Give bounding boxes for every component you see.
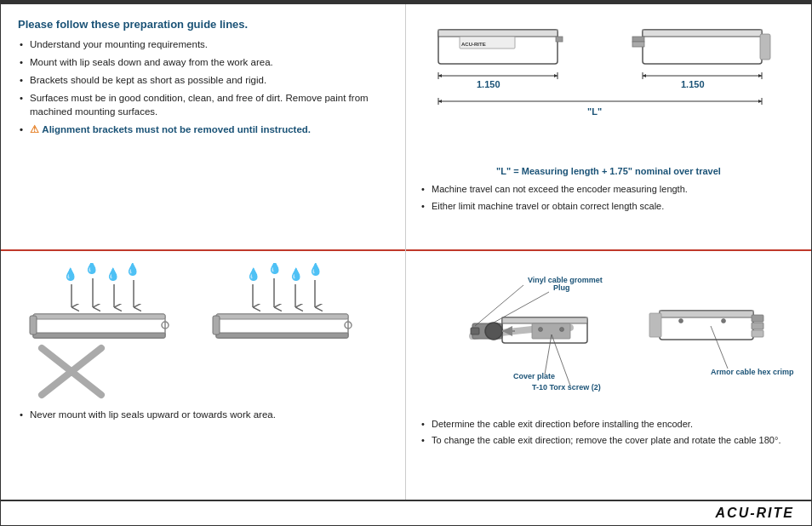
svg-rect-66 [660, 311, 753, 317]
svg-point-72 [722, 319, 726, 323]
svg-line-75 [545, 334, 552, 374]
cable-direction-bullets: Determine the cable exit direction befor… [420, 418, 798, 448]
svg-rect-1 [33, 314, 165, 319]
svg-text:1.150: 1.150 [681, 79, 705, 89]
svg-marker-47 [643, 74, 646, 77]
svg-rect-58 [502, 317, 587, 323]
brand-name: ACU-RITE [716, 506, 794, 521]
svg-text:Armor cable hex crimp: Armor cable hex crimp [711, 368, 794, 376]
svg-rect-42 [632, 42, 644, 47]
encoder-diagrams: ACU-RITE 1.150 [430, 13, 787, 157]
left-panel: Please follow these preparation guide li… [1, 4, 406, 500]
svg-rect-40 [643, 30, 762, 37]
footer: ACU-RITE [1, 500, 811, 525]
svg-marker-48 [758, 74, 762, 77]
svg-text:💧: 💧 [106, 267, 121, 282]
cable-bullet-2: To change the cable exit direction; remo… [420, 434, 798, 447]
bullet-2: Mount with lip seals down and away from … [18, 55, 388, 69]
svg-text:ACU-RITE: ACU-RITE [461, 42, 486, 47]
encoder-bullet-2: Either limit machine travel or obtain co… [420, 200, 798, 213]
svg-rect-29 [438, 30, 558, 37]
svg-text:💧: 💧 [246, 267, 261, 282]
svg-line-77 [711, 326, 728, 369]
encoder-cross-section: ACU-RITE 1.150 [430, 13, 787, 157]
svg-rect-43 [760, 34, 770, 60]
cable-bullet-1: Determine the cable exit direction befor… [420, 418, 798, 431]
bullet-4: Surfaces must be in good condition, clea… [18, 91, 388, 118]
cable-diagram-area: Vinyl cable grommet Plug Cover plate T-1… [421, 260, 796, 413]
svg-rect-18 [213, 316, 220, 334]
top-left-section: Please follow these preparation guide li… [1, 4, 405, 251]
svg-rect-2 [33, 333, 165, 338]
svg-rect-16 [216, 314, 348, 319]
svg-text:"L": "L" [587, 106, 602, 117]
svg-rect-32 [556, 37, 563, 42]
svg-rect-63 [471, 328, 479, 334]
svg-rect-17 [216, 333, 348, 338]
svg-text:💧: 💧 [289, 267, 304, 282]
svg-text:💧: 💧 [308, 263, 323, 277]
svg-rect-70 [649, 313, 661, 337]
svg-point-62 [560, 328, 564, 332]
encoder-bullet-1: Machine travel can not exceed the encode… [420, 183, 798, 196]
svg-point-61 [539, 328, 543, 332]
cable-svg: Vinyl cable grommet Plug Cover plate T-1… [421, 260, 796, 409]
never-mount-text: Never mount with lip seals upward or tow… [18, 409, 388, 420]
svg-marker-53 [438, 100, 442, 103]
measure-note: "L" = Measuring length + 1.75" nominal o… [420, 166, 798, 176]
svg-text:💧: 💧 [63, 267, 78, 282]
svg-text:Plug: Plug [553, 283, 570, 292]
svg-marker-36 [438, 74, 442, 77]
svg-text:💧: 💧 [267, 263, 283, 275]
page-container: Please follow these preparation guide li… [0, 0, 812, 526]
preparation-list: Understand your mounting requirements. M… [18, 37, 388, 137]
bottom-left-section: 💧 💧 💧 💧 [1, 251, 405, 500]
lip-seal-diagram: 💧 💧 💧 💧 [25, 263, 382, 399]
bottom-right-section: Vinyl cable grommet Plug Cover plate T-1… [406, 251, 811, 500]
encoder-diagram-container: 💧 💧 💧 💧 [18, 260, 388, 403]
svg-text:Cover plate: Cover plate [513, 372, 555, 380]
warning-icon: ⚠ [30, 123, 42, 135]
svg-rect-41 [632, 37, 644, 42]
right-panel: ACU-RITE 1.150 [406, 4, 811, 500]
dimension-diagram: ACU-RITE 1.150 [420, 13, 798, 163]
encoder-bullets: Machine travel can not exceed the encode… [420, 183, 798, 214]
top-right-section: ACU-RITE 1.150 [406, 4, 811, 251]
bullet-3: Brackets should be kept as short as poss… [18, 73, 388, 87]
svg-marker-54 [758, 100, 762, 103]
svg-rect-69 [752, 330, 763, 337]
svg-text:💧: 💧 [84, 263, 100, 275]
svg-text:T-10 Torx screw (2): T-10 Torx screw (2) [532, 383, 601, 392]
svg-text:1.150: 1.150 [477, 79, 500, 89]
svg-point-59 [485, 323, 502, 340]
svg-point-71 [679, 319, 683, 323]
bullet-1: Understand your mounting requirements. [18, 37, 388, 51]
svg-rect-68 [752, 323, 763, 329]
warning-bullet: ⚠ Alignment brackets must not be removed… [18, 123, 388, 137]
main-content: Please follow these preparation guide li… [1, 4, 811, 500]
svg-rect-3 [30, 316, 37, 334]
svg-rect-67 [752, 315, 763, 322]
svg-marker-37 [554, 74, 558, 77]
guide-header: Please follow these preparation guide li… [18, 18, 388, 31]
svg-text:💧: 💧 [125, 263, 140, 277]
